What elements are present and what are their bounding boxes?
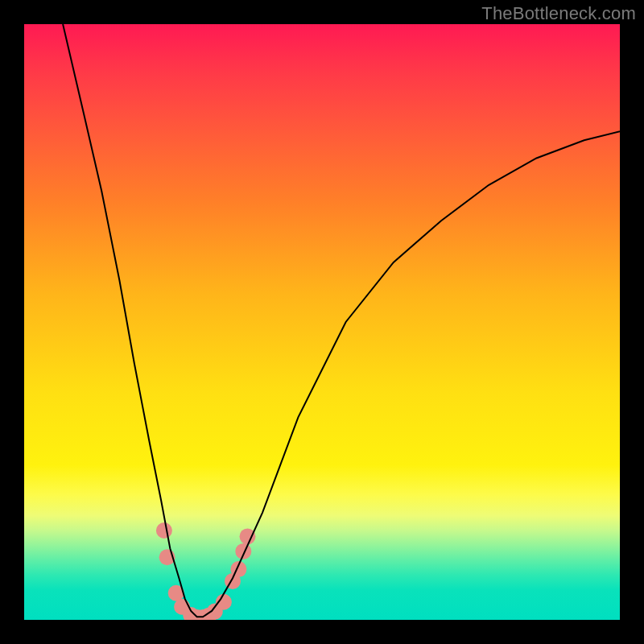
- highlight-dot: [240, 528, 256, 544]
- chart-svg: [24, 24, 620, 620]
- highlight-dot: [235, 543, 251, 559]
- bottleneck-curve: [63, 24, 620, 617]
- marker-layer: [156, 522, 256, 620]
- watermark-text: TheBottleneck.com: [481, 3, 636, 24]
- chart-frame: TheBottleneck.com: [0, 0, 644, 644]
- highlight-dot: [156, 522, 172, 539]
- plot-area: [24, 24, 620, 620]
